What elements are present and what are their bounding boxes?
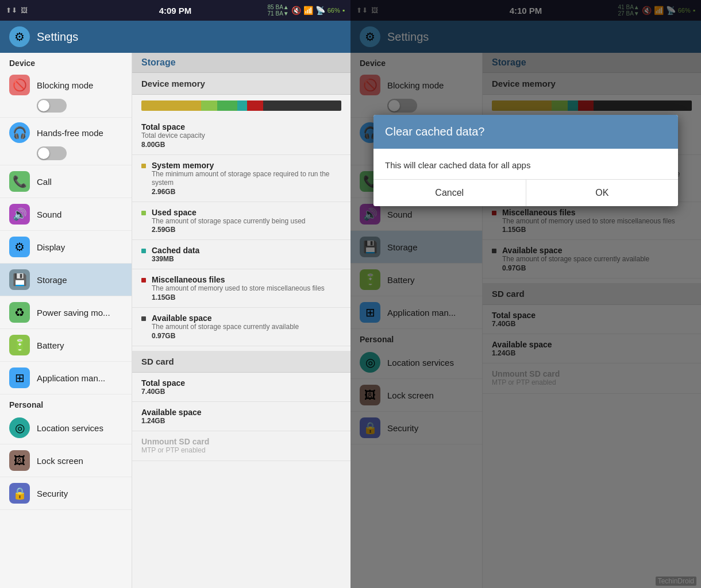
- app-manager-icon: ⊞: [9, 368, 30, 388]
- device-memory-header: Device memory: [132, 73, 350, 95]
- settings-icon-left: ⚙: [9, 26, 30, 47]
- dialog-ok-button[interactable]: OK: [526, 180, 679, 206]
- sidebar-left: Device 🚫 Blocking mode 🎧 Hands-free mode: [0, 53, 132, 588]
- clear-cached-dialog: Clear cached data? This will clear cache…: [373, 115, 678, 206]
- sidebar-item-battery[interactable]: 🔋 Battery: [0, 329, 132, 362]
- call-label: Call: [37, 177, 52, 187]
- battery-label: Battery: [37, 341, 64, 350]
- sidebar-item-app-manager[interactable]: ⊞ Application man...: [0, 362, 132, 394]
- sidebar-item-storage[interactable]: 💾 Storage: [0, 264, 132, 296]
- bar-misc: [247, 100, 263, 111]
- content-pane-left: Storage Device memory Total space Total …: [132, 53, 350, 588]
- storage-used-space: Used space The amount of storage space c…: [132, 202, 350, 241]
- dialog-title-bar: Clear cached data?: [373, 115, 678, 149]
- sidebar-item-security[interactable]: 🔒 Security: [0, 477, 132, 510]
- power-saving-icon: ♻: [9, 302, 30, 323]
- lock-screen-label: Lock screen: [37, 456, 83, 466]
- blocking-mode-toggle[interactable]: [37, 99, 67, 113]
- location-icon: ◎: [9, 417, 30, 438]
- hands-free-toggle[interactable]: [37, 146, 67, 160]
- time-left: 4:09 PM: [159, 6, 192, 16]
- storage-label: Storage: [37, 275, 67, 285]
- hands-free-icon: 🎧: [9, 122, 30, 143]
- app-title-left: Settings: [37, 30, 78, 44]
- app-manager-label: Application man...: [37, 373, 105, 383]
- lock-screen-icon: 🖼: [9, 450, 30, 471]
- sidebar-item-lock-screen[interactable]: 🖼 Lock screen: [0, 444, 132, 477]
- dialog-overlay: Clear cached data? This will clear cache…: [350, 0, 701, 588]
- storage-section-header: Storage: [132, 53, 350, 73]
- blocking-mode-icon: 🚫: [9, 75, 30, 95]
- sd-unmount[interactable]: Unmount SD card MTP or PTP enabled: [132, 431, 350, 462]
- dialog-cancel-button[interactable]: Cancel: [373, 180, 526, 206]
- cached-data-dot: [141, 249, 146, 253]
- app-header-left: ⚙ Settings: [0, 21, 350, 53]
- sidebar-item-power-saving[interactable]: ♻ Power saving mo...: [0, 296, 132, 329]
- call-icon: 📞: [9, 171, 30, 192]
- storage-available-space: Available space The amount of storage sp…: [132, 308, 350, 346]
- misc-files-dot: [141, 278, 146, 283]
- bar-system: [141, 100, 201, 111]
- security-icon: 🔒: [9, 483, 30, 504]
- right-phone-panel: ⬆⬇ 🖼 4:10 PM 41 BA▲27 BA▼ 🔇 📶 📡 66% ▪ ⚙ …: [350, 0, 701, 588]
- bar-used2: [217, 100, 237, 111]
- sd-total-space: Total space 7.40GB: [132, 373, 350, 402]
- sidebar-item-hands-free[interactable]: 🎧 Hands-free mode: [0, 118, 132, 165]
- sound-label: Sound: [37, 210, 61, 219]
- power-saving-label: Power saving mo...: [37, 308, 110, 318]
- main-content-left: Device 🚫 Blocking mode 🎧 Hands-free mode: [0, 53, 350, 588]
- location-label: Location services: [37, 423, 103, 433]
- bar-available: [263, 100, 341, 111]
- sidebar-item-call[interactable]: 📞 Call: [0, 165, 132, 198]
- status-bar-left: ⬆⬇ 🖼 4:09 PM 85 BA▲71 BA▼ 🔇 📶 📡 66% ▪: [0, 0, 350, 21]
- sd-available-space: Available space 1.24GB: [132, 402, 350, 431]
- sidebar-item-blocking-mode[interactable]: 🚫 Blocking mode: [0, 70, 132, 118]
- storage-total-space: Total space Total device capacity 8.00GB: [132, 117, 350, 155]
- storage-cached-data[interactable]: Cached data 339MB: [132, 240, 350, 269]
- security-label: Security: [37, 489, 68, 498]
- dialog-title: Clear cached data?: [385, 125, 667, 138]
- available-space-dot: [141, 316, 146, 321]
- storage-icon: 💾: [9, 269, 30, 290]
- battery-icon: 🔋: [9, 335, 30, 355]
- status-icons-left: ⬆⬇ 🖼: [6, 6, 28, 14]
- bar-cached: [237, 100, 247, 111]
- blocking-mode-label: Blocking mode: [37, 80, 93, 90]
- section-personal-left: Personal: [0, 394, 132, 412]
- sd-card-header: SD card: [132, 351, 350, 373]
- dialog-body: This will clear cached data for all apps: [373, 149, 678, 179]
- bar-used1: [201, 100, 217, 111]
- display-icon: ⚙: [9, 237, 30, 257]
- sidebar-item-location[interactable]: ◎ Location services: [0, 412, 132, 444]
- storage-system-memory: System memory The minimum amount of stor…: [132, 155, 350, 202]
- used-space-dot: [141, 211, 146, 215]
- left-phone-panel: ⬆⬇ 🖼 4:09 PM 85 BA▲71 BA▼ 🔇 📶 📡 66% ▪ ⚙ …: [0, 0, 350, 588]
- sound-icon: 🔊: [9, 204, 30, 225]
- storage-misc-files: Miscellaneous files The amount of memory…: [132, 269, 350, 308]
- status-icons-right-left: 85 BA▲71 BA▼ 🔇 📶 📡 66% ▪: [268, 4, 345, 17]
- dialog-message: This will clear cached data for all apps: [385, 160, 667, 170]
- sidebar-item-sound[interactable]: 🔊 Sound: [0, 198, 132, 231]
- system-memory-dot: [141, 164, 146, 168]
- sidebar-item-display[interactable]: ⚙ Display: [0, 231, 132, 264]
- hands-free-label: Hands-free mode: [37, 128, 103, 138]
- display-label: Display: [37, 242, 65, 252]
- section-device-left: Device: [0, 53, 132, 70]
- storage-bar: [141, 100, 341, 111]
- dialog-buttons: Cancel OK: [373, 179, 678, 206]
